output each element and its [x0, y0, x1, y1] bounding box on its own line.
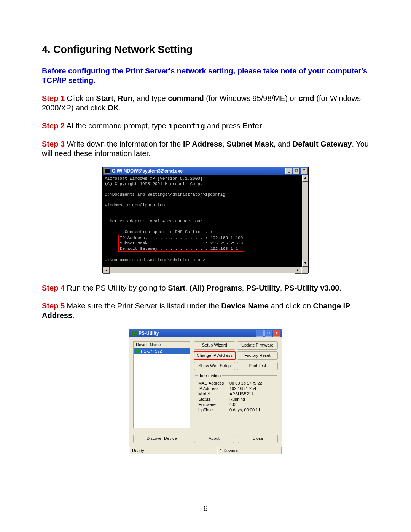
minimize-button[interactable]: _ [256, 330, 264, 337]
device-name: PS-57F522 [141, 349, 162, 353]
about-button[interactable]: About [194, 435, 234, 443]
step-label: Step 3 [42, 140, 65, 148]
cmd-title: C:\WINDOWS\system32\cmd.exe [112, 168, 285, 174]
cmd-horizontal-scrollbar[interactable]: ◄ ► [103, 267, 308, 273]
scroll-down-button[interactable]: ▼ [302, 260, 308, 267]
status-device-count: 1 Devices [217, 447, 282, 454]
change-ip-button[interactable]: Change IP Address [194, 351, 235, 360]
info-row-model: ModelAPSUSB211 [198, 391, 274, 396]
step-1: Step 1 Click on Start, Run, and type com… [42, 94, 369, 113]
cmd-output: Microsoft Windows XP [Version 5.1.2600] … [103, 175, 302, 267]
update-firmware-button[interactable]: Update Firmware [237, 341, 278, 350]
close-button[interactable]: × [301, 168, 307, 174]
info-row-firmware: Firmware4.06 [198, 402, 274, 407]
factory-reset-button[interactable]: Factory Reset [237, 351, 278, 360]
device-list[interactable]: PS-57F522 [133, 348, 190, 428]
scroll-track[interactable] [302, 182, 308, 260]
maximize-button[interactable]: □ [264, 330, 272, 337]
cmd-icon [104, 168, 110, 174]
step-2: Step 2 At the command prompt, type ipcon… [42, 121, 369, 131]
device-list-header: Device Name [133, 341, 190, 348]
print-test-button[interactable]: Print Test [237, 362, 278, 370]
status-ready: Ready [129, 447, 217, 454]
discover-device-button[interactable]: Discover Device [133, 435, 190, 443]
step-4: Step 4 Run the PS Utility by going to St… [42, 283, 369, 293]
close-button[interactable]: × [273, 330, 280, 337]
step-label: Step 4 [42, 284, 65, 292]
scroll-left-button[interactable]: ◄ [103, 267, 110, 274]
info-row-status: StatusRunning [198, 397, 274, 401]
page-number: 6 [0, 504, 411, 513]
psutility-window-buttons: _ □ × [256, 330, 280, 337]
cmd-titlebar: C:\WINDOWS\system32\cmd.exe _ □ × [103, 167, 308, 175]
psutility-icon [131, 331, 137, 336]
ipconfig-highlight: IP Address. . . . . . . . . . . . : 192.… [118, 235, 244, 252]
show-web-setup-button[interactable]: Show Web Setup [194, 362, 235, 370]
device-panel: Device Name PS-57F522 [133, 341, 190, 428]
cmd-vertical-scrollbar[interactable]: ▲ ▼ [302, 175, 308, 267]
info-row-mac: MAC Address00 03 1b 57 f5 22 [198, 381, 274, 385]
step-label: Step 1 [42, 94, 65, 102]
cmd-window-buttons: _ □ × [285, 168, 307, 174]
cmd-body-wrap: Microsoft Windows XP [Version 5.1.2600] … [103, 175, 308, 267]
device-icon [135, 349, 139, 353]
psutility-window: PS-Utility _ □ × Device Name PS-57F522 [129, 329, 282, 454]
psutility-buttons: Setup Wizard Update Firmware Change IP A… [194, 341, 278, 370]
resize-grip[interactable] [301, 267, 308, 274]
step-label: Step 2 [42, 121, 65, 130]
information-legend: Information [198, 373, 222, 378]
intro-note: Before configuring the Print Server's ne… [42, 66, 369, 85]
setup-wizard-button[interactable]: Setup Wizard [194, 341, 235, 350]
psutility-right-panel: Setup Wizard Update Firmware Change IP A… [194, 341, 278, 428]
scroll-up-button[interactable]: ▲ [302, 175, 308, 182]
psutility-titlebar: PS-Utility _ □ × [129, 329, 282, 337]
step-3: Step 3 Write down the information for th… [42, 139, 369, 158]
psutility-title: PS-Utility [139, 331, 256, 336]
step-5: Step 5 Make sure the Print Server is lis… [42, 301, 369, 320]
section-heading: 4. Configuring Network Setting [42, 44, 369, 56]
close-app-button[interactable]: Close [238, 435, 278, 443]
scroll-right-button[interactable]: ► [295, 267, 301, 274]
psutility-bottom-buttons: Discover Device About Close [129, 432, 282, 447]
document-page: 4. Configuring Network Setting Before co… [0, 0, 411, 532]
status-bar: Ready 1 Devices [129, 447, 282, 454]
cmd-window: C:\WINDOWS\system32\cmd.exe _ □ × Micros… [102, 167, 309, 273]
info-row-ip: IP Address192.168.1.254 [198, 386, 274, 391]
step-label: Step 5 [42, 302, 65, 310]
information-group: Information MAC Address00 03 1b 57 f5 22… [195, 373, 277, 416]
info-row-uptime: UpTime0 days, 00:00:11 [198, 407, 274, 412]
psutility-body: Device Name PS-57F522 Setup Wizard Updat… [129, 337, 282, 432]
minimize-button[interactable]: _ [285, 168, 292, 174]
scroll-track[interactable] [110, 267, 295, 273]
maximize-button[interactable]: □ [293, 168, 300, 174]
device-item[interactable]: PS-57F522 [134, 348, 190, 354]
